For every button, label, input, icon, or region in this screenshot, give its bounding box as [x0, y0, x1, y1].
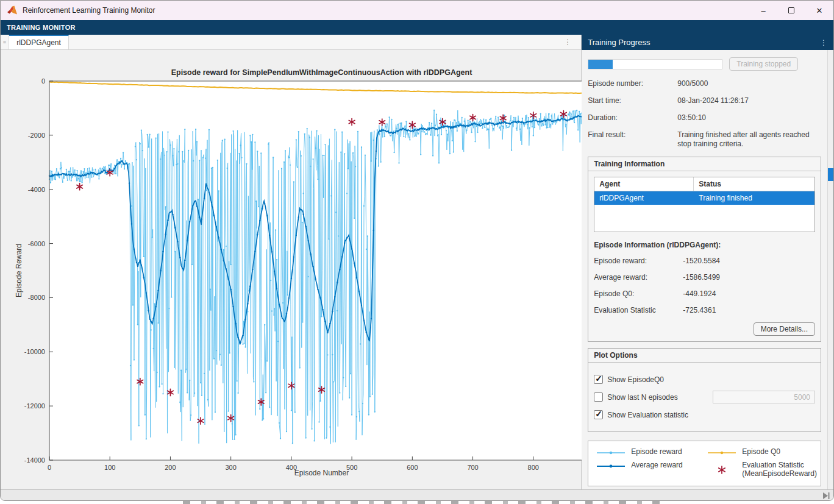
chart-ylabel: Episode Reward [15, 244, 23, 297]
panel-scrollbar[interactable] [827, 50, 833, 489]
window-title: Reinforcement Learning Training Monitor [23, 6, 155, 15]
chart-xlabel: Episode Number [49, 469, 594, 477]
background-window-artifact [183, 501, 671, 504]
minimize-button[interactable]: – [749, 1, 777, 20]
maximize-icon [788, 7, 794, 13]
table-empty-area [594, 205, 814, 232]
column-header-agent: Agent [594, 177, 694, 191]
training-information-box: Training Information Agent Status rlDDPG… [588, 157, 821, 342]
show-episodeq0-row: ✓ Show EpisodeQ0 [594, 375, 815, 384]
svg-text:-2000: -2000 [28, 132, 45, 139]
document-tab-bar: ≡ rlDDPGAgent ⋮ [1, 35, 581, 50]
check-icon: ✓ [595, 409, 602, 419]
maximize-button[interactable] [777, 1, 805, 20]
document-area: ≡ rlDDPGAgent ⋮ 010020030040050060070080… [1, 35, 582, 489]
column-header-status: Status [694, 177, 814, 191]
svg-text:-4000: -4000 [28, 186, 45, 193]
plot-options-box: Plot Options ✓ Show EpisodeQ0 ✓ Show las… [588, 348, 821, 432]
panel-header: Training Progress ⋮ [582, 35, 833, 50]
legend-evaluation-statistic: Evaluation Statistic (MeanEpisodeReward) [707, 461, 817, 479]
info-row-duration: Duration: 03:50:10 [588, 113, 821, 122]
svg-text:-6000: -6000 [28, 240, 45, 247]
svg-text:-8000: -8000 [28, 294, 45, 301]
evaluation-statistic-row: Evaluation Statistic -725.4361 [594, 306, 815, 314]
average-reward-row: Average reward: -1586.5499 [594, 273, 815, 282]
line-dot-marker-icon [596, 449, 626, 457]
close-button[interactable]: ✕ [805, 1, 833, 20]
episode-q0-row: Episode Q0: -449.1924 [594, 289, 815, 298]
agent-status-table: Agent Status rlDDPGAgent Training finish… [594, 177, 815, 232]
show-evaluation-statistic-checkbox[interactable]: ✓ [594, 410, 603, 419]
svg-text:0: 0 [41, 77, 45, 85]
clipped-content-sliver [828, 168, 833, 181]
training-information-title: Training Information [588, 157, 821, 171]
window-controls: – ✕ [749, 1, 833, 20]
table-row[interactable]: rlDDPGAgent Training finished [594, 191, 814, 205]
episode-reward-row: Episode reward: -1520.5584 [594, 257, 815, 265]
training-stopped-button[interactable]: Training stopped [729, 57, 798, 71]
progress-row: Training stopped [588, 57, 821, 71]
chart-title: Episode reward for SimplePendlumWithImag… [49, 68, 594, 77]
line-dot-marker-icon [596, 462, 626, 470]
progress-bar [588, 59, 722, 69]
tab-grip-icon[interactable]: ≡ [1, 35, 9, 49]
show-episodeq0-checkbox[interactable]: ✓ [594, 375, 603, 384]
matlab-logo-icon [7, 5, 18, 15]
progress-bar-fill [588, 60, 612, 69]
last-n-episodes-input[interactable] [713, 391, 815, 403]
table-header-row: Agent Status [594, 177, 814, 191]
document-menu-icon[interactable]: ⋮ [564, 35, 571, 49]
info-row-start-time: Start time: 08-Jan-2024 11:26:17 [588, 96, 821, 105]
info-row-episode-number: Episode number: 900/5000 [588, 79, 821, 88]
asterisk-marker-icon [707, 462, 737, 479]
check-icon: ✓ [595, 374, 602, 383]
legend-episode-q0: Episode Q0 [707, 448, 817, 457]
expand-panel-icon[interactable] [822, 491, 830, 500]
info-row-final-result: Final result: Training finished after al… [588, 130, 821, 149]
more-details-button[interactable]: More Details... [754, 322, 815, 336]
svg-text:-12000: -12000 [24, 402, 45, 410]
reward-chart: 01002003004005006007008009000-2000-4000-… [1, 50, 613, 489]
svg-text:-10000: -10000 [24, 348, 45, 355]
legend-episode-reward: Episode reward [596, 448, 703, 457]
app-window: Reinforcement Learning Training Monitor … [0, 0, 834, 501]
title-bar: Reinforcement Learning Training Monitor … [1, 1, 833, 20]
panel-menu-icon[interactable]: ⋮ [820, 38, 827, 47]
show-evaluation-statistic-row: ✓ Show Evaluation statistic [594, 410, 815, 419]
training-info-summary: Episode number: 900/5000 Start time: 08-… [588, 79, 821, 149]
training-progress-panel: Training Progress ⋮ Training stopped Epi… [582, 35, 833, 489]
legend-average-reward: Average reward [596, 461, 703, 479]
episode-information-title: Episode Information (rlDDPGAgent): [594, 241, 815, 249]
show-last-n-episodes-checkbox[interactable]: ✓ [594, 392, 603, 402]
toolstrip-tab-training-monitor[interactable]: TRAINING MONITOR [7, 24, 76, 31]
bottom-scroll-strip[interactable] [1, 489, 833, 501]
panel-body: Training stopped Episode number: 900/500… [582, 50, 827, 489]
chart-legend: Episode reward Episode Q0 [588, 441, 821, 486]
figure-area: 01002003004005006007008009000-2000-4000-… [1, 50, 581, 489]
plot-options-title: Plot Options [588, 349, 821, 363]
line-dot-marker-icon [707, 449, 737, 457]
tab-rlddpgagent[interactable]: rlDDPGAgent [9, 35, 69, 49]
panel-title: Training Progress [588, 38, 650, 47]
svg-text:-14000: -14000 [24, 456, 45, 464]
toolstrip: TRAINING MONITOR [1, 20, 833, 35]
show-last-n-episodes-row: ✓ Show last N episodes [594, 391, 815, 403]
